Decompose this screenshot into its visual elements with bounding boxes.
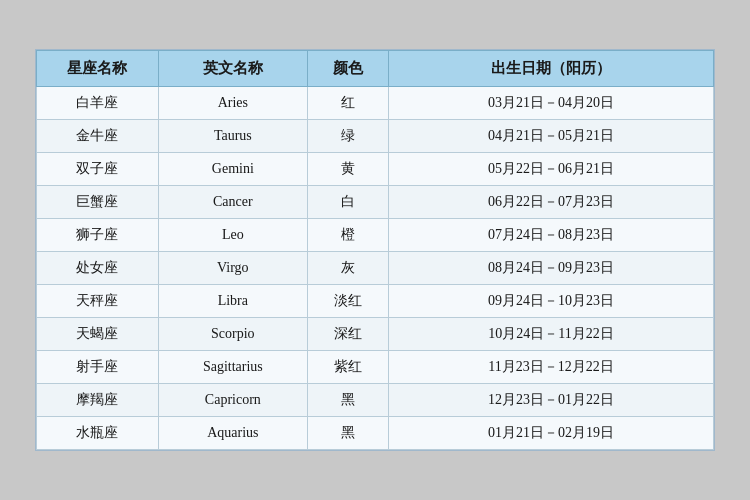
- cell-cn-name: 金牛座: [37, 120, 159, 153]
- cell-cn-name: 狮子座: [37, 219, 159, 252]
- cell-en-name: Libra: [158, 285, 307, 318]
- cell-color: 紫红: [307, 351, 388, 384]
- table-row: 天蝎座Scorpio深红10月24日－11月22日: [37, 318, 714, 351]
- table-row: 摩羯座Capricorn黑12月23日－01月22日: [37, 384, 714, 417]
- cell-cn-name: 白羊座: [37, 87, 159, 120]
- cell-cn-name: 水瓶座: [37, 417, 159, 450]
- cell-en-name: Aries: [158, 87, 307, 120]
- cell-en-name: Sagittarius: [158, 351, 307, 384]
- zodiac-table-container: 星座名称 英文名称 颜色 出生日期（阳历） 白羊座Aries红03月21日－04…: [35, 49, 715, 451]
- table-row: 水瓶座Aquarius黑01月21日－02月19日: [37, 417, 714, 450]
- cell-en-name: Capricorn: [158, 384, 307, 417]
- cell-cn-name: 处女座: [37, 252, 159, 285]
- table-row: 金牛座Taurus绿04月21日－05月21日: [37, 120, 714, 153]
- cell-date: 05月22日－06月21日: [389, 153, 714, 186]
- cell-color: 白: [307, 186, 388, 219]
- table-body: 白羊座Aries红03月21日－04月20日金牛座Taurus绿04月21日－0…: [37, 87, 714, 450]
- table-row: 白羊座Aries红03月21日－04月20日: [37, 87, 714, 120]
- table-row: 双子座Gemini黄05月22日－06月21日: [37, 153, 714, 186]
- cell-date: 06月22日－07月23日: [389, 186, 714, 219]
- cell-date: 09月24日－10月23日: [389, 285, 714, 318]
- cell-date: 08月24日－09月23日: [389, 252, 714, 285]
- header-color: 颜色: [307, 51, 388, 87]
- table-row: 狮子座Leo橙07月24日－08月23日: [37, 219, 714, 252]
- header-en-name: 英文名称: [158, 51, 307, 87]
- cell-date: 11月23日－12月22日: [389, 351, 714, 384]
- cell-en-name: Cancer: [158, 186, 307, 219]
- cell-cn-name: 天秤座: [37, 285, 159, 318]
- cell-cn-name: 摩羯座: [37, 384, 159, 417]
- header-cn-name: 星座名称: [37, 51, 159, 87]
- cell-cn-name: 巨蟹座: [37, 186, 159, 219]
- table-row: 射手座Sagittarius紫红11月23日－12月22日: [37, 351, 714, 384]
- cell-color: 黑: [307, 384, 388, 417]
- cell-color: 淡红: [307, 285, 388, 318]
- table-header-row: 星座名称 英文名称 颜色 出生日期（阳历）: [37, 51, 714, 87]
- cell-cn-name: 双子座: [37, 153, 159, 186]
- cell-date: 01月21日－02月19日: [389, 417, 714, 450]
- cell-en-name: Aquarius: [158, 417, 307, 450]
- cell-en-name: Virgo: [158, 252, 307, 285]
- header-date: 出生日期（阳历）: [389, 51, 714, 87]
- cell-date: 04月21日－05月21日: [389, 120, 714, 153]
- table-row: 巨蟹座Cancer白06月22日－07月23日: [37, 186, 714, 219]
- cell-date: 03月21日－04月20日: [389, 87, 714, 120]
- cell-en-name: Gemini: [158, 153, 307, 186]
- cell-en-name: Leo: [158, 219, 307, 252]
- cell-color: 黄: [307, 153, 388, 186]
- cell-cn-name: 射手座: [37, 351, 159, 384]
- cell-color: 橙: [307, 219, 388, 252]
- cell-date: 10月24日－11月22日: [389, 318, 714, 351]
- cell-color: 灰: [307, 252, 388, 285]
- cell-date: 07月24日－08月23日: [389, 219, 714, 252]
- table-row: 处女座Virgo灰08月24日－09月23日: [37, 252, 714, 285]
- zodiac-table: 星座名称 英文名称 颜色 出生日期（阳历） 白羊座Aries红03月21日－04…: [36, 50, 714, 450]
- cell-en-name: Scorpio: [158, 318, 307, 351]
- cell-color: 深红: [307, 318, 388, 351]
- table-row: 天秤座Libra淡红09月24日－10月23日: [37, 285, 714, 318]
- cell-color: 黑: [307, 417, 388, 450]
- cell-color: 绿: [307, 120, 388, 153]
- cell-color: 红: [307, 87, 388, 120]
- cell-en-name: Taurus: [158, 120, 307, 153]
- cell-date: 12月23日－01月22日: [389, 384, 714, 417]
- cell-cn-name: 天蝎座: [37, 318, 159, 351]
